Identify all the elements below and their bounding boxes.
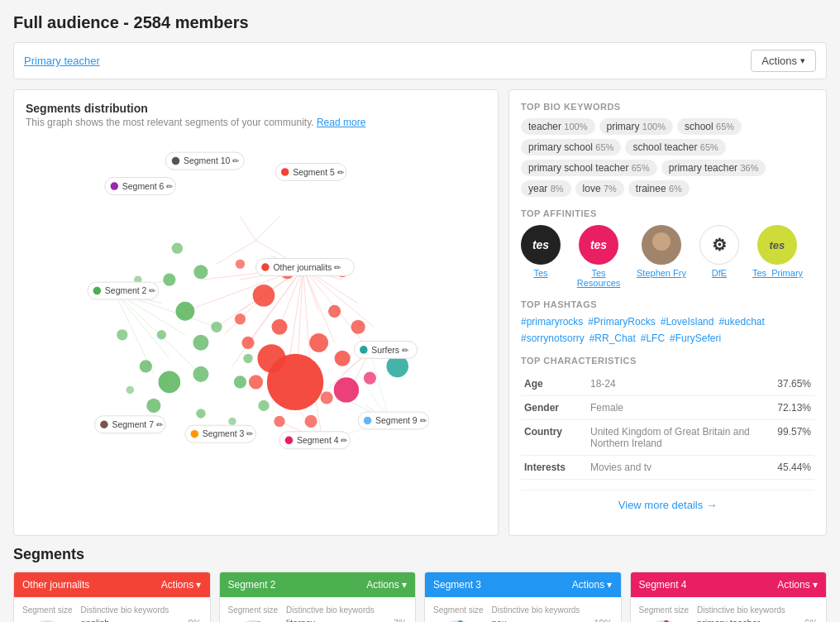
segment-actions-btn[interactable]: Actions ▾ bbox=[777, 579, 818, 591]
svg-text:Other journalits ✏: Other journalits ✏ bbox=[273, 263, 341, 272]
affinity-tes-primary[interactable]: tes Tes_Primary bbox=[752, 225, 802, 278]
segment-name: Other journalits bbox=[22, 579, 89, 591]
bio-keywords-col: Distinctive bio keywords primary teacher… bbox=[697, 605, 818, 622]
svg-text:Segment 7 ✏: Segment 7 ✏ bbox=[112, 420, 163, 429]
char-value: United Kingdom of Great Britain and Nort… bbox=[587, 420, 769, 456]
segment-actions-btn[interactable]: Actions ▾ bbox=[572, 579, 613, 591]
char-value: Movies and tv bbox=[587, 456, 769, 480]
svg-line-39 bbox=[370, 351, 389, 422]
svg-point-61 bbox=[253, 285, 275, 307]
keyword-tag: primary teacher 36% bbox=[661, 160, 766, 176]
donut-container: Segment size 1.2% bbox=[639, 605, 690, 622]
bio-keywords-title: Distinctive bio keywords bbox=[81, 605, 202, 615]
svg-point-115 bbox=[652, 232, 671, 251]
affinities-label: Top affinities bbox=[521, 208, 814, 218]
keyword-tag: teacher 100% bbox=[521, 118, 595, 135]
affinity-tes[interactable]: tes Tes bbox=[521, 225, 561, 278]
svg-point-70 bbox=[235, 313, 246, 324]
svg-point-107 bbox=[191, 430, 199, 438]
hashtag[interactable]: #LFC bbox=[641, 333, 665, 344]
svg-point-59 bbox=[258, 400, 269, 411]
svg-point-92 bbox=[281, 168, 289, 176]
segment-actions-btn[interactable]: Actions ▾ bbox=[366, 579, 407, 591]
bio-keyword-row: literacy7% bbox=[286, 618, 407, 622]
svg-point-51 bbox=[196, 409, 205, 418]
segments-title: Segments bbox=[13, 546, 827, 563]
svg-point-62 bbox=[272, 319, 288, 335]
char-label: Gender bbox=[521, 396, 587, 420]
read-more-link[interactable]: Read more bbox=[317, 117, 365, 128]
bio-keywords-title: Distinctive bio keywords bbox=[286, 605, 407, 615]
bio-keywords-label: Top bio keywords bbox=[521, 102, 814, 112]
segment-card-header: Other journalits Actions ▾ bbox=[14, 572, 210, 597]
hashtag[interactable]: #LoveIsland bbox=[661, 316, 714, 328]
donut-container: Segment size 4.88% bbox=[228, 605, 279, 622]
svg-point-89 bbox=[111, 182, 119, 190]
svg-point-95 bbox=[93, 287, 102, 295]
svg-point-68 bbox=[335, 351, 351, 366]
bio-keyword-row: primary teacher6% bbox=[697, 618, 818, 622]
keyword-tags: teacher 100%primary 100%school 65%primar… bbox=[521, 118, 814, 197]
svg-point-101 bbox=[360, 346, 368, 354]
svg-text:Segment 5 ✏: Segment 5 ✏ bbox=[293, 168, 344, 177]
svg-text:Segment 4 ✏: Segment 4 ✏ bbox=[297, 436, 348, 445]
view-more-link[interactable]: View more details → bbox=[521, 490, 814, 511]
svg-point-49 bbox=[211, 322, 222, 333]
donut-label: Segment size bbox=[228, 605, 279, 615]
donut-wrap: 1.24% bbox=[436, 618, 480, 622]
affinity-dfe[interactable]: ⚙ DfE bbox=[699, 225, 739, 278]
svg-point-69 bbox=[321, 391, 333, 404]
svg-point-104 bbox=[100, 420, 108, 428]
donut-wrap: 1.2% bbox=[642, 618, 686, 622]
svg-point-63 bbox=[241, 337, 254, 349]
main-content: Segments distribution This graph shows t… bbox=[13, 89, 827, 536]
char-pct: 72.13% bbox=[769, 396, 814, 420]
keyword-tag: school 65% bbox=[677, 118, 742, 135]
hashtag[interactable]: #sorrynotsorry bbox=[521, 333, 585, 344]
bio-keyword-row: english9% bbox=[81, 618, 202, 622]
hashtags-label: Top hashtags bbox=[521, 299, 814, 309]
network-svg: Segment 10 ✏ Segment 6 ✏ Segment 5 ✏ S bbox=[26, 138, 486, 461]
svg-point-77 bbox=[351, 320, 365, 334]
keyword-tag: primary school 65% bbox=[521, 139, 621, 156]
bio-keywords-col: Distinctive bio keywords literacy7%time6… bbox=[286, 605, 407, 622]
distribution-subtitle: This graph shows the most relevant segme… bbox=[26, 117, 486, 128]
donut-wrap: 4.88% bbox=[231, 618, 275, 622]
hashtag[interactable]: #RR_Chat bbox=[589, 333, 636, 344]
hashtag[interactable]: #FurySeferi bbox=[670, 333, 721, 344]
svg-point-60 bbox=[243, 354, 252, 363]
breadcrumb-link[interactable]: Primary teacher bbox=[24, 55, 100, 67]
hashtag-row-1: #primaryrocks#PrimaryRocks#LoveIsland#uk… bbox=[521, 316, 814, 344]
actions-button[interactable]: Actions bbox=[751, 50, 816, 72]
segment-card-header: Segment 3 Actions ▾ bbox=[425, 572, 621, 597]
segments-cards: Other journalits Actions ▾ Segment size … bbox=[13, 572, 827, 622]
hashtag[interactable]: #PrimaryRocks bbox=[588, 316, 655, 328]
hashtag[interactable]: #ukedchat bbox=[718, 316, 764, 328]
characteristic-row: CountryUnited Kingdom of Great Britain a… bbox=[521, 420, 814, 456]
segment-actions-btn[interactable]: Actions ▾ bbox=[161, 579, 202, 591]
network-graph: Segment 10 ✏ Segment 6 ✏ Segment 5 ✏ S bbox=[26, 138, 486, 461]
segments-distribution-panel: Segments distribution This graph shows t… bbox=[13, 89, 499, 536]
segment-name: Segment 2 bbox=[228, 579, 276, 591]
char-pct: 45.44% bbox=[769, 456, 814, 480]
segment-card-header: Segment 2 Actions ▾ bbox=[220, 572, 416, 597]
svg-point-47 bbox=[159, 371, 181, 394]
svg-line-29 bbox=[256, 217, 280, 241]
svg-point-58 bbox=[126, 386, 135, 395]
affinity-tes-resources[interactable]: tes Tes Resources bbox=[574, 225, 623, 288]
segment-card: Segment 4 Actions ▾ Segment size 1.2% Di… bbox=[630, 572, 828, 622]
donut-label: Segment size bbox=[22, 605, 73, 615]
svg-point-116 bbox=[648, 251, 675, 265]
affinity-stephen-fry[interactable]: Stephen Fry bbox=[637, 225, 686, 278]
hashtag[interactable]: #primaryrocks bbox=[521, 316, 583, 328]
bio-keyword-row: neu19% bbox=[492, 618, 613, 622]
svg-point-55 bbox=[193, 265, 208, 279]
svg-point-65 bbox=[267, 354, 323, 410]
svg-point-98 bbox=[261, 263, 270, 271]
page-title: Full audience - 2584 members bbox=[13, 13, 827, 32]
svg-point-74 bbox=[236, 259, 245, 268]
svg-line-27 bbox=[217, 241, 256, 265]
bio-keywords-title: Distinctive bio keywords bbox=[492, 605, 613, 615]
segment-card-body: Segment size 4.88% Distinctive bio keywo… bbox=[220, 597, 416, 622]
breadcrumb-bar: Primary teacher Actions bbox=[13, 42, 827, 79]
